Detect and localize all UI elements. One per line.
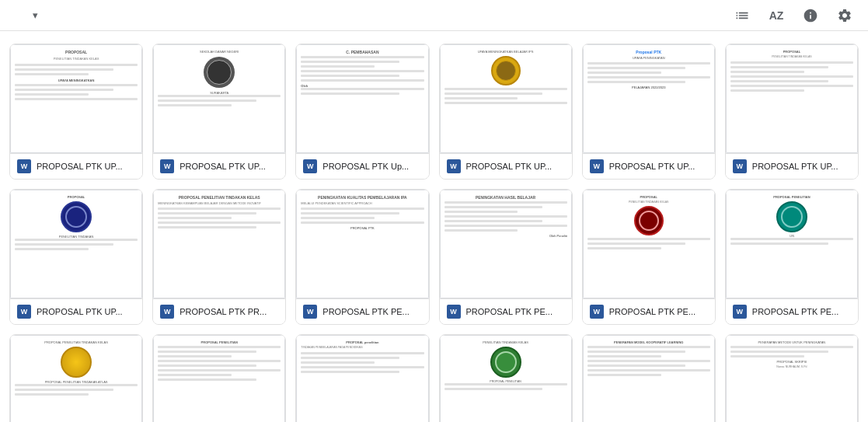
file-card[interactable]: PROPOSAL PENELITIAN TINDAKAN WPROPOSAL P… <box>9 189 143 325</box>
file-label: WPROPOSAL PTK PR... <box>153 298 285 324</box>
list-view-button[interactable] <box>728 2 756 30</box>
word-icon: W <box>732 159 748 174</box>
file-label: WPROPOSAL PTK PE... <box>583 298 715 324</box>
breadcrumb: ▾ <box>9 9 728 21</box>
file-card[interactable]: PROPOSAL penelitian TINDAKAN PEMBELAJARA… <box>295 334 429 422</box>
file-card[interactable]: PROPOSAL PENELITIAN TINDAKAN KELAS WPROP… <box>582 189 716 325</box>
file-name: PROPOSAL PTK UP... <box>609 162 709 171</box>
file-name: PROPOSAL PTK PR... <box>180 307 279 316</box>
toolbar: ▾ AZ <box>0 0 868 31</box>
file-name: PROPOSAL PTK PE... <box>609 307 709 316</box>
file-name: PROPOSAL PTK UP... <box>180 162 279 171</box>
file-card[interactable]: C. PEMBAHASAN Oleh WPROPOSAL PTK Up... <box>295 44 429 180</box>
file-card[interactable]: PENELITIAN TINDAKAN KELAS PROPOSAL PENEL… <box>439 334 573 422</box>
file-name: PROPOSAL PTK UP... <box>37 162 136 171</box>
file-grid: PROPOSAL PENELITIAN TINDAKAN KELAS UPAYA… <box>0 31 868 422</box>
word-icon: W <box>159 159 175 174</box>
word-icon: W <box>302 159 318 174</box>
info-button[interactable] <box>797 2 824 30</box>
file-label: WPROPOSAL PTK PE... <box>726 298 858 324</box>
file-name: PROPOSAL PTK UP... <box>37 307 136 316</box>
word-icon: W <box>732 304 748 319</box>
file-card[interactable]: PROPOSAL PENELITIAN WPROPOSAL PTK UP... <box>152 334 286 422</box>
file-label: WPROPOSAL PTK PE... <box>296 298 428 324</box>
sort-button[interactable]: AZ <box>762 2 790 30</box>
word-icon: W <box>16 304 32 319</box>
file-card[interactable]: PENERAPAN MODEL KOOPERATIF LEARNING WPRO… <box>582 334 716 422</box>
word-icon: W <box>159 304 175 319</box>
word-icon: W <box>589 159 605 174</box>
file-card[interactable]: PROPOSAL PENELITIAN TINDAKAN KELAS PROPO… <box>9 334 143 422</box>
file-label: WPROPOSAL PTK UP... <box>583 153 715 179</box>
sort-icon: AZ <box>769 9 784 22</box>
file-card[interactable]: PROPOSAL PENELITIAN TINDAKAN KELAS UPAYA… <box>9 44 143 180</box>
file-card[interactable]: PENINGKATAN KUALITAS PEMBELAJARAN IPA ME… <box>295 189 429 325</box>
file-card[interactable]: PENERAPAN METODE UNTUK PENINGKATAN PROPO… <box>725 334 859 422</box>
settings-button[interactable] <box>831 2 859 30</box>
file-name: PROPOSAL PTK Up... <box>322 162 422 171</box>
file-card[interactable]: Proposal PTK UPAYA PENINGKATAN PELAJARAN… <box>582 44 716 180</box>
file-card[interactable]: UPAYA MENINGKATKAN BELAJAR IPS WPROPOSAL… <box>439 44 573 180</box>
file-name: PROPOSAL PTK PE... <box>322 307 422 316</box>
file-label: WPROPOSAL PTK UP... <box>440 153 572 179</box>
word-icon: W <box>16 159 32 174</box>
file-label: WPROPOSAL PTK UP... <box>726 153 858 179</box>
file-label: WPROPOSAL PTK UP... <box>10 298 142 324</box>
file-name: PROPOSAL PTK UP... <box>466 162 566 171</box>
file-card[interactable]: SEKOLAH DASAR NEGERI SURAKARTA WPROPOSAL… <box>152 44 286 180</box>
word-icon: W <box>302 304 318 319</box>
file-card[interactable]: PROPOSAL PENELITIAN TINDAKAN KELAS MENIN… <box>152 189 286 325</box>
file-label: WPROPOSAL PTK UP... <box>153 153 285 179</box>
file-card[interactable]: PENINGKATAN HASIL BELAJAR Oleh Peneliti … <box>439 189 573 325</box>
file-card[interactable]: PROPOSAL PENELITIAN UIN WPROPOSAL PTK PE… <box>725 189 859 325</box>
word-icon: W <box>589 304 605 319</box>
file-label: WPROPOSAL PTK UP... <box>10 153 142 179</box>
file-card[interactable]: PROPOSAL PENELITIAN TINDAKAN KELAS WPROP… <box>725 44 859 180</box>
word-icon: W <box>446 159 462 174</box>
file-label: WPROPOSAL PTK PE... <box>440 298 572 324</box>
file-name: PROPOSAL PTK UP... <box>752 162 852 171</box>
file-name: PROPOSAL PTK PE... <box>466 307 566 316</box>
toolbar-actions: AZ <box>728 2 859 30</box>
file-name: PROPOSAL PTK PE... <box>752 307 852 316</box>
file-label: WPROPOSAL PTK Up... <box>296 153 428 179</box>
word-icon: W <box>446 304 462 319</box>
dropdown-arrow-icon[interactable]: ▾ <box>33 9 38 21</box>
